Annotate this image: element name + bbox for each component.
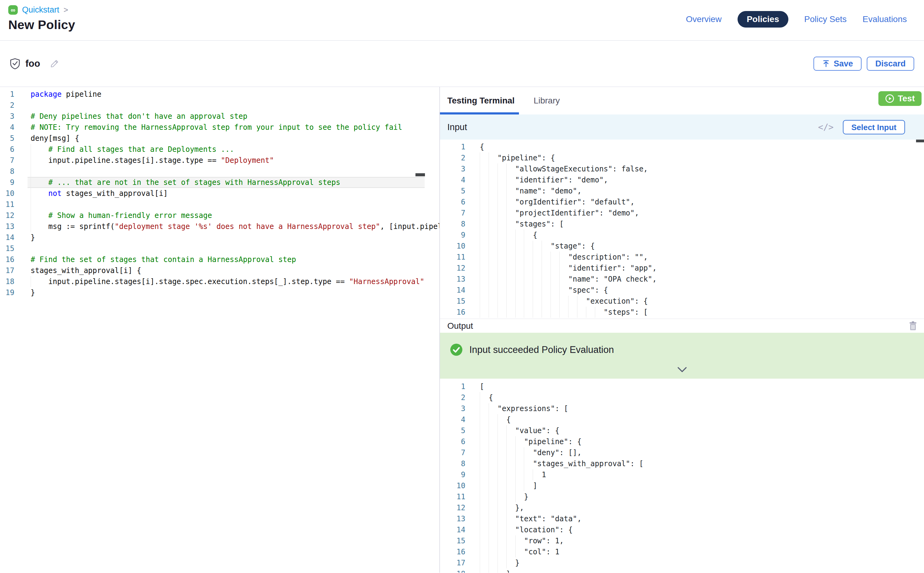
save-button[interactable]: Save bbox=[813, 56, 861, 71]
code-line: 11 } bbox=[440, 491, 924, 502]
evaluation-success-banner: Input succeeded Policy Evaluation bbox=[440, 333, 924, 379]
code-line: 8 bbox=[0, 166, 439, 177]
code-line: 1{ bbox=[440, 141, 924, 152]
nav-evaluations[interactable]: Evaluations bbox=[863, 14, 907, 24]
code-line: 1package pipeline bbox=[0, 89, 439, 100]
code-line: 3 "allowStageExecutions": false, bbox=[440, 163, 924, 174]
test-label: Test bbox=[898, 94, 915, 103]
code-line: 10 ] bbox=[440, 480, 924, 491]
banner-message: Input succeeded Policy Evaluation bbox=[469, 344, 614, 355]
code-line: 8 "stages": [ bbox=[440, 219, 924, 230]
collapse-banner-control[interactable] bbox=[440, 366, 924, 373]
rego-code-editor[interactable]: 1package pipeline23# Deny pipelines that… bbox=[0, 87, 440, 573]
code-line: 15 "row": 1, bbox=[440, 535, 924, 546]
code-braces-icon[interactable]: </> bbox=[818, 122, 834, 132]
code-line: 16 "col": 1 bbox=[440, 546, 924, 557]
code-line: 14 "location": { bbox=[440, 524, 924, 535]
code-line: 14} bbox=[0, 232, 439, 243]
save-label: Save bbox=[834, 59, 853, 69]
code-line: 9 1 bbox=[440, 469, 924, 480]
code-line: 7 "deny": [], bbox=[440, 447, 924, 458]
code-line: 3 "expressions": [ bbox=[440, 403, 924, 414]
code-line: 2 bbox=[0, 100, 439, 111]
overview-ruler-cursor-mark bbox=[415, 173, 425, 176]
input-section-header: Input </> Select Input bbox=[440, 114, 924, 139]
code-line: 4 "identifier": "demo", bbox=[440, 174, 924, 185]
output-section-header: Output bbox=[440, 319, 924, 333]
policy-name: foo bbox=[25, 58, 40, 69]
input-scrollbar-mark bbox=[916, 139, 924, 142]
chevron-down-icon bbox=[676, 366, 688, 373]
code-line: 5deny[msg] { bbox=[0, 133, 439, 144]
input-title: Input bbox=[447, 122, 467, 132]
code-line: 9 # ... that are not in the set of stage… bbox=[0, 177, 439, 188]
code-line: 12 # Show a human-friendly error message bbox=[0, 210, 439, 221]
code-line: 6 "pipeline": { bbox=[440, 436, 924, 447]
select-input-button[interactable]: Select Input bbox=[843, 120, 905, 135]
code-line: 16# Find the set of stages that contain … bbox=[0, 254, 439, 265]
new-policy-page: ∞ Quickstart > New Policy Overview Polic… bbox=[0, 0, 924, 573]
code-line: 15 bbox=[0, 243, 439, 254]
clear-output-button[interactable] bbox=[908, 321, 918, 331]
code-line: 1[ bbox=[440, 381, 924, 392]
code-line: 14 "spec": { bbox=[440, 285, 924, 296]
code-line: 12 }, bbox=[440, 502, 924, 513]
active-tab-underline bbox=[440, 112, 519, 114]
main-content: 1package pipeline23# Deny pipelines that… bbox=[0, 87, 924, 573]
code-line: 5 "value": { bbox=[440, 425, 924, 436]
code-line: 13 "name": "OPA check", bbox=[440, 274, 924, 285]
tab-library[interactable]: Library bbox=[534, 96, 560, 106]
code-line: 6 "orgIdentifier": "default", bbox=[440, 197, 924, 208]
trash-icon bbox=[908, 321, 918, 331]
code-line: 11 "description": "", bbox=[440, 252, 924, 263]
code-line: 12 "identifier": "app", bbox=[440, 263, 924, 274]
code-line: 17 } bbox=[440, 557, 924, 568]
code-line: 7 "projectIdentifier": "demo", bbox=[440, 208, 924, 219]
upload-icon bbox=[822, 60, 830, 67]
policy-shield-icon bbox=[10, 58, 20, 69]
code-line: 7 input.pipeline.stages[i].stage.type ==… bbox=[0, 155, 439, 166]
code-line: 8 "stages_with_approval": [ bbox=[440, 458, 924, 469]
page-header: ∞ Quickstart > New Policy Overview Polic… bbox=[0, 0, 924, 41]
chevron-right-icon: > bbox=[64, 5, 68, 15]
code-line: 4# NOTE: Try removing the HarnessApprova… bbox=[0, 122, 439, 133]
code-line: 3# Deny pipelines that don't have an app… bbox=[0, 111, 439, 122]
output-title: Output bbox=[447, 321, 473, 331]
code-line: 2 { bbox=[440, 392, 924, 403]
nav-overview[interactable]: Overview bbox=[686, 14, 722, 24]
code-line: 16 "steps": [ bbox=[440, 307, 924, 318]
top-nav: Overview Policies Policy Sets Evaluation… bbox=[686, 11, 907, 28]
code-line: 6 # Find all stages that are Deployments… bbox=[0, 144, 439, 155]
test-button[interactable]: Test bbox=[879, 91, 922, 106]
breadcrumb-quickstart-link[interactable]: Quickstart bbox=[22, 5, 60, 15]
code-line: 13 "text": "data", bbox=[440, 513, 924, 524]
testing-tabs: Testing Terminal Library Test bbox=[440, 87, 924, 114]
code-line: 19} bbox=[0, 287, 439, 298]
testing-panel: Testing Terminal Library Test Input </> … bbox=[440, 87, 924, 573]
code-line: 17stages_with_approval[i] { bbox=[0, 265, 439, 276]
toolbar-actions: Save Discard bbox=[813, 56, 914, 71]
check-circle-icon bbox=[450, 343, 463, 356]
code-line: 15 "execution": { bbox=[440, 296, 924, 307]
code-line: 10 not stages_with_approval[i] bbox=[0, 188, 439, 199]
discard-label: Discard bbox=[875, 59, 906, 69]
code-line: 2 "pipeline": { bbox=[440, 152, 924, 163]
discard-button[interactable]: Discard bbox=[867, 56, 914, 71]
nav-policies[interactable]: Policies bbox=[738, 11, 788, 28]
output-json-editor[interactable]: 1[2 {3 "expressions": [4 {5 "value": {6 … bbox=[440, 379, 924, 573]
pencil-icon bbox=[50, 59, 59, 68]
edit-policy-name-button[interactable] bbox=[50, 59, 59, 68]
play-circle-icon bbox=[885, 94, 894, 103]
code-line: 11 bbox=[0, 199, 439, 210]
policy-toolbar: foo Save Discard bbox=[0, 41, 924, 87]
tab-testing-terminal[interactable]: Testing Terminal bbox=[447, 96, 515, 106]
harness-logo-icon: ∞ bbox=[8, 5, 18, 15]
code-line: 18 input.pipeline.stages[i].stage.spec.e… bbox=[0, 276, 439, 287]
code-line: 10 "stage": { bbox=[440, 241, 924, 252]
code-line: 13 msg := sprintf("deployment stage '%s'… bbox=[0, 221, 439, 232]
code-line: 9 { bbox=[440, 230, 924, 241]
code-line: 5 "name": "demo", bbox=[440, 185, 924, 197]
code-line: 4 { bbox=[440, 414, 924, 425]
input-json-editor[interactable]: 1{2 "pipeline": {3 "allowStageExecutions… bbox=[440, 139, 924, 319]
nav-policy-sets[interactable]: Policy Sets bbox=[804, 14, 847, 24]
